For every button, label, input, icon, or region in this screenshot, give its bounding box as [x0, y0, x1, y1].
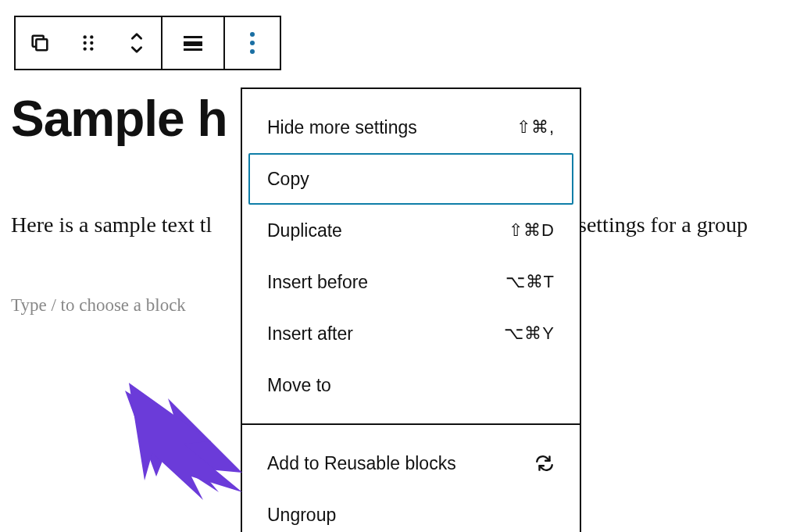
- menu-item-duplicate[interactable]: Duplicate ⇧⌘D: [248, 205, 573, 256]
- svg-point-4: [84, 41, 87, 45]
- copy-overlap-icon: [29, 32, 51, 54]
- svg-rect-8: [184, 36, 202, 38]
- toolbar-group-more: [225, 17, 280, 69]
- annotation-arrow: [109, 367, 258, 511]
- block-paragraph-right[interactable]: settings for a group: [578, 212, 748, 237]
- svg-rect-9: [184, 41, 202, 46]
- drag-handle-icon: [78, 33, 98, 53]
- menu-item-label: Insert before: [267, 272, 368, 293]
- block-icon-button[interactable]: [16, 17, 64, 69]
- reusable-icon: [534, 453, 555, 473]
- menu-item-label: Hide more settings: [267, 117, 417, 138]
- menu-item-insert-after[interactable]: Insert after ⌥⌘Y: [248, 308, 573, 359]
- block-paragraph-left[interactable]: Here is a sample text tl: [11, 212, 238, 237]
- svg-point-13: [250, 49, 255, 54]
- menu-item-shortcut: ⌥⌘T: [505, 272, 555, 292]
- menu-item-label: Add to Reusable blocks: [267, 453, 456, 474]
- toolbar-group-align: [162, 17, 223, 69]
- menu-item-label: Insert after: [267, 323, 353, 345]
- menu-item-insert-before[interactable]: Insert before ⌥⌘T: [248, 256, 573, 308]
- svg-point-6: [84, 47, 87, 50]
- svg-marker-15: [129, 383, 242, 500]
- menu-section-1: Hide more settings ⇧⌘, Copy Duplicate ⇧⌘…: [242, 89, 580, 423]
- menu-section-2: Add to Reusable blocks Ungroup: [242, 425, 580, 532]
- block-placeholder[interactable]: Type / to choose a block: [11, 295, 186, 316]
- menu-item-shortcut: ⇧⌘D: [509, 220, 555, 241]
- more-vertical-icon: [248, 31, 256, 55]
- menu-item-label: Copy: [267, 169, 309, 190]
- menu-item-label: Ungroup: [267, 505, 336, 526]
- block-heading[interactable]: Sample h: [11, 90, 227, 148]
- menu-item-hide-more-settings[interactable]: Hide more settings ⇧⌘,: [248, 102, 573, 153]
- menu-item-shortcut: ⌥⌘Y: [504, 323, 555, 344]
- svg-point-12: [250, 41, 255, 45]
- block-options-menu: Hide more settings ⇧⌘, Copy Duplicate ⇧⌘…: [241, 87, 581, 532]
- align-icon: [181, 34, 205, 52]
- menu-item-label: Duplicate: [267, 220, 342, 241]
- align-button[interactable]: [162, 17, 223, 69]
- block-toolbar: [14, 16, 281, 70]
- svg-rect-1: [36, 39, 47, 50]
- svg-point-5: [90, 41, 93, 45]
- move-arrows-icon: [126, 30, 148, 56]
- menu-item-ungroup[interactable]: Ungroup: [248, 489, 573, 532]
- toolbar-group-left: [16, 17, 161, 69]
- menu-item-move-to[interactable]: Move to: [248, 359, 573, 411]
- menu-item-shortcut: ⇧⌘,: [516, 117, 555, 137]
- svg-point-2: [84, 35, 87, 38]
- menu-item-copy[interactable]: Copy: [248, 153, 573, 205]
- svg-point-7: [90, 47, 93, 50]
- drag-handle-button[interactable]: [64, 17, 112, 69]
- svg-rect-10: [184, 48, 202, 51]
- more-options-button[interactable]: [225, 17, 280, 69]
- svg-point-3: [90, 35, 93, 38]
- svg-marker-14: [125, 391, 242, 492]
- menu-item-label: Move to: [267, 375, 331, 396]
- svg-point-11: [250, 32, 255, 37]
- move-up-down-button[interactable]: [112, 17, 161, 69]
- menu-item-add-reusable[interactable]: Add to Reusable blocks: [248, 437, 573, 489]
